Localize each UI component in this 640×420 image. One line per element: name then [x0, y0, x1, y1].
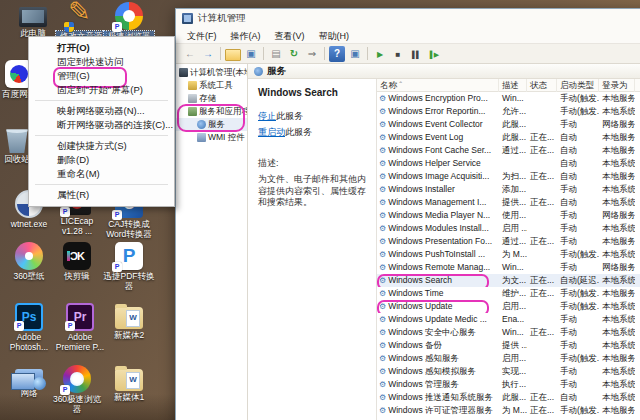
restart-service-link[interactable]: 重启动	[258, 127, 285, 137]
service-row[interactable]: ⚙Windows Event Collector此服...手动网络服务	[377, 118, 640, 131]
service-row[interactable]: ⚙Windows Search为文...正在...自动(延迟...本地系统	[377, 274, 640, 287]
service-row[interactable]: ⚙Windows 许可证管理器服务为 M...正在...手动(触发...本地服务	[377, 404, 640, 417]
service-name-cell: ⚙Windows Remote Manag...	[377, 261, 499, 274]
service-name: Windows Update Medic ...	[388, 313, 487, 326]
title-bar[interactable]: 计算机管理	[176, 9, 640, 28]
extended-view-icon[interactable]	[347, 46, 363, 62]
desktop-icon-folder-newmedia1[interactable]: 新媒体1	[104, 365, 154, 402]
service-gear-icon: ⚙	[379, 131, 386, 144]
tree-item[interactable]: 计算机管理(本地)	[176, 66, 247, 79]
menubar-item[interactable]: 操作(A)	[224, 28, 268, 43]
restart-icon[interactable]	[426, 46, 442, 62]
tree-item[interactable]: 存储	[176, 92, 247, 105]
forward-icon[interactable]	[200, 46, 216, 62]
column-header[interactable]: 状态	[527, 79, 557, 92]
desktop-icon-pdf-converter[interactable]: 迅捷PDF转换 器	[100, 242, 158, 291]
menubar-item[interactable]: 帮助(H)	[312, 28, 357, 43]
service-row[interactable]: ⚙Windows Installer添加...手动本地系统	[377, 183, 640, 196]
back-icon[interactable]	[182, 46, 198, 62]
service-row[interactable]: ⚙Windows Media Player N...使用...手动网络服务	[377, 209, 640, 222]
service-row[interactable]: ⚙Windows 备份提供 ...手动本地系统	[377, 339, 640, 352]
stop-service-link[interactable]: 停止	[258, 111, 276, 121]
service-name-cell: ⚙Windows Encryption Pro...	[377, 92, 499, 105]
service-row[interactable]: ⚙Windows Event Log此服...正在...自动本地服务	[377, 131, 640, 144]
desktop-icon-folder-newmedia2[interactable]: 新媒体2	[104, 303, 154, 340]
tools-icon	[188, 81, 197, 90]
tree-item[interactable]: 服务和应用程序	[176, 105, 247, 118]
help-icon[interactable]	[329, 46, 345, 62]
desktop-icon-kuaijianji[interactable]: 快剪辑	[52, 242, 102, 281]
service-row[interactable]: ⚙Windows Modules Install...启用 ...手动本地系统	[377, 222, 640, 235]
service-startup-type: 手动(触发...	[557, 92, 599, 105]
menu-item[interactable]: 固定到"开始"屏幕(P)	[29, 83, 174, 97]
column-header[interactable]: 登录为	[599, 79, 635, 92]
service-row[interactable]: ⚙Windows 感知服务启用...手动(触发...本地服务	[377, 352, 640, 365]
service-startup-type: 手动	[557, 313, 599, 326]
export-icon[interactable]	[304, 46, 320, 62]
menu-item[interactable]: 打开(O)	[29, 41, 174, 55]
desktop-icon-browser-360[interactable]: 360极速浏览 器	[52, 365, 102, 414]
service-row[interactable]: ⚙Windows Helper Service自动本地系统	[377, 157, 640, 170]
service-startup-type: 自动	[557, 144, 599, 157]
computer-management-window: 计算机管理 文件(F)操作(A)查看(V)帮助(H) 计算机管理(本地)系统工具…	[175, 8, 640, 420]
doc-icon[interactable]	[268, 46, 284, 62]
service-name: Windows 感知模拟服务	[388, 365, 476, 378]
service-row[interactable]: ⚙Windows Remote Manag...Win...手动网络服务	[377, 261, 640, 274]
service-desc: 启用 ...	[499, 222, 527, 235]
desktop-icon-premiere[interactable]: Adobe Premiere P...	[52, 303, 108, 352]
service-name-cell: ⚙Windows Search	[377, 274, 499, 287]
service-gear-icon: ⚙	[379, 105, 386, 118]
menu-item[interactable]: 重命名(M)	[29, 167, 174, 181]
desktop-icon-network[interactable]: 网络	[4, 365, 54, 398]
service-row[interactable]: ⚙Windows Update Medic ...Ena...手动本地系统	[377, 313, 640, 326]
service-row[interactable]: ⚙Windows Font Cache Ser...通过...正在...自动本地…	[377, 144, 640, 157]
service-name: Windows Media Player N...	[388, 209, 490, 222]
tree-item[interactable]: WMI 控件	[176, 131, 247, 144]
tree-item[interactable]: 系统工具	[176, 79, 247, 92]
service-row[interactable]: ⚙Windows Update启用...手动(触发...本地系统	[377, 300, 640, 313]
menubar-item[interactable]: 文件(F)	[180, 28, 224, 43]
menu-item[interactable]: 属性(R)	[29, 188, 174, 202]
service-row[interactable]: ⚙Windows Image Acquisiti...为扫...正在...自动本…	[377, 170, 640, 183]
restart-service-rest: 此服务	[285, 127, 312, 137]
show-tree-icon[interactable]	[225, 49, 241, 61]
service-name-cell: ⚙Windows Helper Service	[377, 157, 499, 170]
refresh-icon[interactable]	[286, 46, 302, 62]
service-row[interactable]: ⚙Windows Error Reportin...允许...手动(触发...本…	[377, 105, 640, 118]
stop-icon[interactable]	[390, 46, 406, 62]
service-gear-icon: ⚙	[379, 326, 386, 339]
pause-icon[interactable]	[408, 46, 424, 62]
service-logon-as: 本地服务	[599, 92, 635, 105]
menu-item[interactable]: 断开网络驱动器的连接(C)...	[29, 118, 174, 132]
service-row[interactable]: ⚙Windows 管理服务执行...手动本地系统	[377, 378, 640, 391]
desktop-icon-photoshop[interactable]: Adobe Photosh...	[4, 303, 54, 352]
column-header[interactable]: 描述	[499, 79, 527, 92]
tree-item[interactable]: 服务	[176, 118, 247, 131]
folder-icon	[115, 307, 143, 329]
menu-item[interactable]: 创建快捷方式(S)	[29, 139, 174, 153]
column-header[interactable]: 名称	[377, 79, 499, 92]
desktop-icon-wallpaper-360[interactable]: 360壁纸	[4, 242, 54, 281]
service-startup-type: 手动	[557, 378, 599, 391]
toolbar-separator	[263, 47, 264, 60]
service-row[interactable]: ⚙Windows 推送通知系统服务此服...正在...自动本地系统	[377, 391, 640, 404]
menu-item[interactable]: 映射网络驱动器(N)...	[29, 104, 174, 118]
service-row[interactable]: ⚙Windows PushToInstall ...为 M...手动(触发...…	[377, 248, 640, 261]
start-icon[interactable]	[372, 46, 388, 62]
service-logon-as: 本地系统	[599, 274, 635, 287]
menu-item[interactable]: 删除(D)	[29, 153, 174, 167]
menubar-item[interactable]: 查看(V)	[268, 28, 312, 43]
service-gear-icon: ⚙	[379, 118, 386, 131]
service-row[interactable]: ⚙Windows Encryption Pro...Win...手动(触发...…	[377, 92, 640, 105]
service-row[interactable]: ⚙Windows Time维护...正在...手动(触发...本地服务	[377, 287, 640, 300]
service-row[interactable]: ⚙Windows Presentation Fo...通过...正在...手动本…	[377, 235, 640, 248]
desktop-icon-this-pc[interactable]: 此电脑	[8, 2, 58, 38]
service-row[interactable]: ⚙Windows 感知模拟服务实现...手动本地系统	[377, 365, 640, 378]
desktop-icon-label: 快剪辑	[52, 271, 102, 281]
column-header[interactable]: 启动类型	[557, 79, 599, 92]
console-window-icon[interactable]	[243, 46, 259, 62]
service-row[interactable]: ⚙Windows 安全中心服务Win...正在...手动本地系统	[377, 326, 640, 339]
service-row[interactable]: ⚙Windows Management I...提供...正在...自动本地系统	[377, 196, 640, 209]
menu-item[interactable]: 管理(G)	[29, 69, 174, 83]
service-gear-icon: ⚙	[379, 209, 386, 222]
